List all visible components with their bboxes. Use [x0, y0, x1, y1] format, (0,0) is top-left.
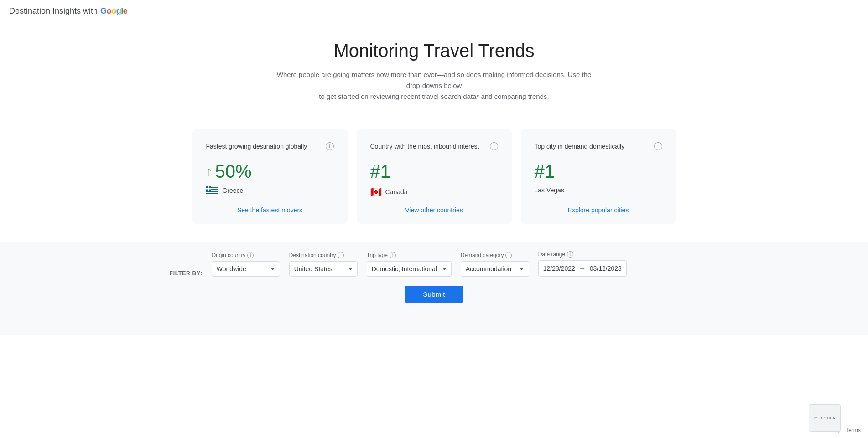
location-name: Greece — [223, 187, 244, 194]
demand-category-select[interactable]: Accommodation Flights Car Rentals — [461, 261, 529, 277]
card-header: Country with the most inbound interest i — [370, 142, 498, 150]
trip-type-filter: Trip type i Domestic, International Dome… — [367, 252, 452, 277]
page-title: Monitoring Travel Trends — [9, 41, 859, 61]
destination-info-icon[interactable]: i — [338, 252, 344, 258]
date-range-input[interactable]: 12/23/2022 → 03/12/2023 — [538, 260, 627, 277]
destination-country-select[interactable]: United States Canada United Kingdom Aust… — [289, 261, 358, 277]
terms-link[interactable]: Terms — [846, 427, 861, 433]
site-title: Destination Insights with Google — [9, 6, 127, 16]
svg-rect-4 — [206, 192, 218, 193]
hero-subtitle: Where people are going matters now more … — [275, 69, 594, 102]
card-title: Fastest growing destination globally — [206, 143, 307, 150]
card-title: Top city in demand domestically — [535, 143, 625, 150]
up-arrow-icon: ↑ — [206, 165, 213, 178]
trip-type-info-icon[interactable]: i — [390, 252, 396, 258]
card-value: ↑ 50% — [206, 161, 334, 182]
cards-container: Fastest growing destination globally i ↑… — [161, 116, 708, 242]
recaptcha-badge: reCAPTCHA — [809, 404, 841, 432]
card-location: 🇨🇦 Canada — [370, 186, 498, 197]
card-location: Las Vegas — [535, 186, 662, 194]
date-arrow-icon: → — [579, 264, 586, 273]
info-icon[interactable]: i — [326, 142, 334, 150]
canada-flag-icon: 🇨🇦 — [370, 186, 382, 197]
trip-type-select[interactable]: Domestic, International Domestic Interna… — [367, 261, 452, 277]
date-range-filter: Date range i 12/23/2022 → 03/12/2023 — [538, 251, 627, 277]
filter-by-label: FILTER BY: — [170, 260, 203, 277]
demand-category-label: Demand category i — [461, 252, 529, 258]
header: Destination Insights with Google — [0, 0, 868, 22]
card-value: #1 — [535, 161, 662, 182]
card-value: #1 — [370, 161, 498, 182]
view-other-countries-link[interactable]: View other countries — [405, 206, 463, 214]
fastest-movers-link[interactable]: See the fastest movers — [237, 206, 302, 214]
card-title: Country with the most inbound interest — [370, 143, 479, 150]
filter-inner: FILTER BY: Origin country i Worldwide Un… — [161, 242, 708, 316]
top-city-card: Top city in demand domestically i #1 Las… — [521, 129, 676, 224]
percent-value: 50% — [215, 161, 252, 182]
info-icon[interactable]: i — [490, 142, 498, 150]
origin-info-icon[interactable]: i — [247, 252, 254, 258]
location-name: Canada — [385, 188, 408, 196]
card-location: Greece — [206, 186, 334, 195]
origin-country-select[interactable]: Worldwide United States United Kingdom C… — [212, 261, 280, 277]
destination-country-filter: Destination country i United States Cana… — [289, 252, 358, 277]
title-prefix: Destination Insights with — [9, 6, 98, 16]
submit-row: Submit — [170, 277, 699, 307]
svg-rect-5 — [206, 194, 218, 195]
date-start: 12/23/2022 — [543, 265, 575, 272]
origin-country-filter: Origin country i Worldwide United States… — [212, 252, 280, 277]
submit-button[interactable]: Submit — [405, 286, 463, 303]
card-header: Top city in demand domestically i — [535, 142, 662, 150]
rank-value: #1 — [535, 161, 555, 182]
origin-country-label: Origin country i — [212, 252, 280, 258]
filter-section: FILTER BY: Origin country i Worldwide Un… — [0, 242, 868, 335]
demand-category-info-icon[interactable]: i — [505, 252, 512, 258]
subtitle-line1: Where people are going matters now more … — [277, 71, 592, 89]
svg-rect-8 — [206, 188, 211, 190]
greece-flag-icon — [206, 186, 219, 195]
date-range-info-icon[interactable]: i — [567, 251, 573, 258]
date-range-label: Date range i — [538, 251, 627, 258]
demand-category-filter: Demand category i Accommodation Flights … — [461, 252, 529, 277]
card-header: Fastest growing destination globally i — [206, 142, 334, 150]
location-name: Las Vegas — [535, 186, 564, 194]
most-inbound-card: Country with the most inbound interest i… — [357, 129, 512, 224]
hero-section: Monitoring Travel Trends Where people ar… — [0, 22, 868, 116]
trip-type-label: Trip type i — [367, 252, 452, 258]
fastest-growing-card: Fastest growing destination globally i ↑… — [192, 129, 348, 224]
date-end: 03/12/2023 — [590, 265, 622, 272]
info-icon[interactable]: i — [654, 142, 662, 150]
subtitle-line2: to get started on reviewing recent trave… — [319, 93, 549, 100]
google-logo: Google — [100, 6, 127, 16]
explore-popular-cities-link[interactable]: Explore popular cities — [568, 206, 629, 214]
rank-value: #1 — [370, 161, 391, 182]
destination-country-label: Destination country i — [289, 252, 358, 258]
